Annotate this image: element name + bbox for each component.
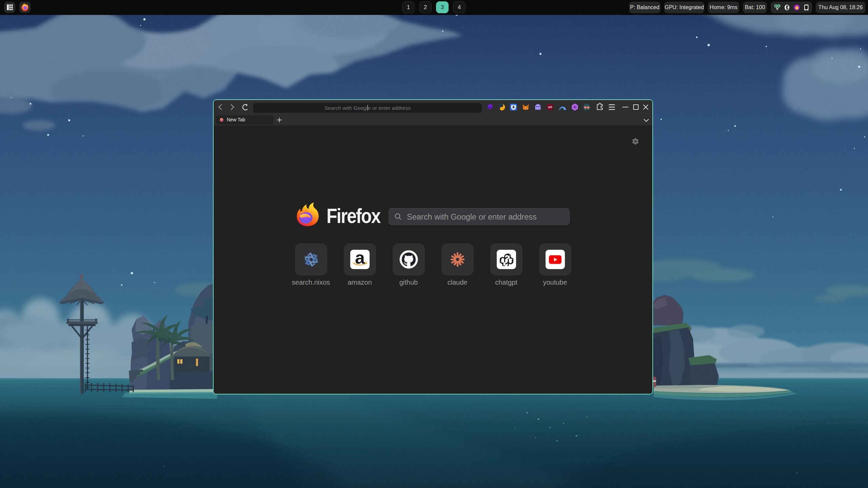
svg-text:uO: uO bbox=[548, 105, 552, 109]
